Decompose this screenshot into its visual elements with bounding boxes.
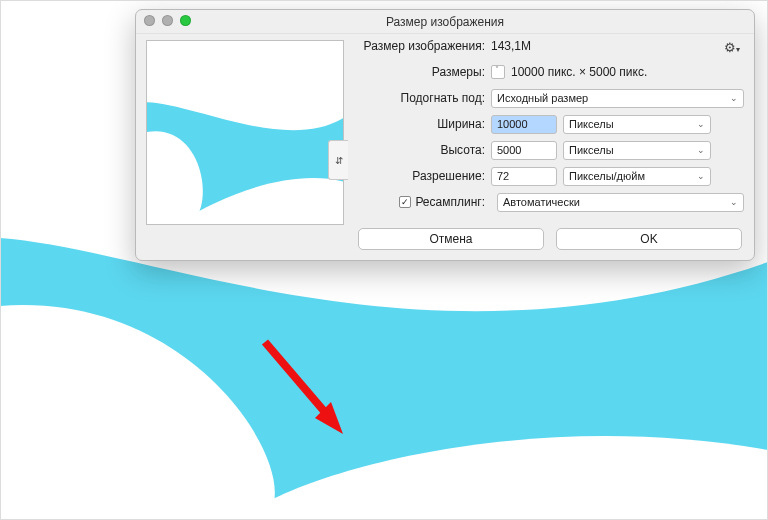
resolution-unit-value: Пикселы/дюйм	[569, 170, 645, 182]
dialog-title: Размер изображения	[386, 15, 504, 29]
cancel-button[interactable]: Отмена	[358, 228, 544, 250]
width-input[interactable]	[491, 115, 557, 134]
fit-to-label: Подогнать под:	[358, 91, 491, 105]
height-label: Высота:	[358, 143, 491, 157]
image-size-label: Размер изображения:	[358, 39, 491, 53]
resolution-input[interactable]	[491, 167, 557, 186]
minimize-window-button[interactable]	[162, 15, 173, 26]
chevron-down-icon: ⌄	[697, 119, 705, 129]
dimensions-label: Размеры:	[358, 65, 491, 79]
form-area: Размер изображения: 143,1M Размеры: 1000…	[358, 34, 744, 216]
chevron-down-icon: ⌄	[697, 171, 705, 181]
window-controls	[144, 15, 191, 26]
height-unit-value: Пикселы	[569, 144, 614, 156]
height-unit-select[interactable]: Пикселы ⌄	[563, 141, 711, 160]
height-input[interactable]	[491, 141, 557, 160]
resolution-label: Разрешение:	[358, 169, 491, 183]
dimensions-unit-toggle[interactable]	[491, 65, 505, 79]
chevron-down-icon: ⌄	[697, 145, 705, 155]
resample-checkbox[interactable]	[399, 196, 411, 208]
dialog-titlebar: Размер изображения	[136, 10, 754, 34]
width-unit-select[interactable]: Пикселы ⌄	[563, 115, 711, 134]
image-preview[interactable]	[146, 40, 344, 225]
ok-button[interactable]: OK	[556, 228, 742, 250]
zoom-window-button[interactable]	[180, 15, 191, 26]
resample-method-value: Автоматически	[503, 196, 580, 208]
dialog-buttons: Отмена OK	[358, 228, 742, 250]
fit-to-value: Исходный размер	[497, 92, 588, 104]
width-unit-value: Пикселы	[569, 118, 614, 130]
constrain-proportions-icon[interactable]	[328, 140, 348, 180]
dialog-body: ⚙▾ Размер изображения: 143,1M Размеры: 1…	[136, 34, 754, 260]
close-window-button[interactable]	[144, 15, 155, 26]
image-size-dialog: Размер изображения ⚙▾ Размер изображения…	[135, 9, 755, 261]
resample-method-select[interactable]: Автоматически ⌄	[497, 193, 744, 212]
resample-label: Ресамплинг:	[415, 195, 485, 209]
fit-to-select[interactable]: Исходный размер ⌄	[491, 89, 744, 108]
resolution-unit-select[interactable]: Пикселы/дюйм ⌄	[563, 167, 711, 186]
dimensions-value: 10000 пикс. × 5000 пикс.	[511, 65, 647, 79]
image-size-value: 143,1M	[491, 39, 531, 53]
chevron-down-icon: ⌄	[730, 93, 738, 103]
width-label: Ширина:	[358, 117, 491, 131]
chevron-down-icon: ⌄	[730, 197, 738, 207]
